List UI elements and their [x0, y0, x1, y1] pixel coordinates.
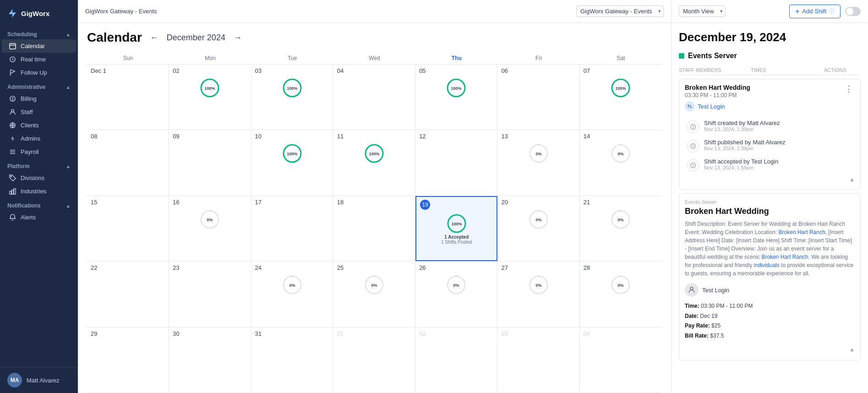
topbar-select-wrapper: GigWorx Gateway - Events [576, 5, 664, 17]
sidebar-item-clients[interactable]: Clients [2, 119, 76, 132]
day-cell-1-4[interactable]: 12 [415, 130, 497, 195]
calendar-area: Calendar ← December 2024 → Sun Mon Tue W… [78, 23, 671, 393]
day-cell-1-0[interactable]: 08 [87, 130, 169, 195]
user-profile[interactable]: MA Matt Alvarez [0, 367, 78, 393]
svg-text:0%: 0% [535, 152, 541, 156]
prev-month-button[interactable]: ← [147, 31, 161, 44]
day-cell-4-4[interactable]: 02 [415, 328, 497, 393]
timeline-icon-0 [687, 120, 699, 133]
shift-ring: 100% [255, 143, 329, 164]
col-times: Times [751, 67, 824, 73]
day-cell-0-1[interactable]: 02 100% [169, 65, 251, 130]
day-cell-1-5[interactable]: 13 0% [497, 130, 579, 195]
day-cell-1-3[interactable]: 11 100% [333, 130, 415, 195]
clock-icon-2 [690, 162, 696, 169]
day-cell-2-5[interactable]: 20 0% [497, 196, 579, 261]
day-num: 11 [337, 133, 344, 140]
day-cell-1-1[interactable]: 09 [169, 130, 251, 195]
sidebar-item-divisions[interactable]: Divisions [2, 171, 76, 185]
day-cell-0-6[interactable]: 07 100% [580, 65, 662, 130]
svg-text:0%: 0% [535, 218, 541, 222]
sidebar-payroll-label: Payroll [21, 148, 39, 155]
sidebar-item-payroll[interactable]: Payroll [2, 145, 76, 158]
clock-icon-0 [690, 124, 696, 130]
add-shift-button[interactable]: + Add Shift ⓘ [789, 5, 841, 18]
shift-user-link[interactable]: Test Login [698, 103, 725, 110]
day-cell-4-0[interactable]: 29 [87, 328, 169, 393]
day-cell-0-2[interactable]: 03 100% [251, 65, 333, 130]
day-cell-0-5[interactable]: 06 [497, 65, 579, 130]
day-cell-4-3[interactable]: 01 [333, 328, 415, 393]
month-label: December 2024 [167, 33, 225, 43]
day-cell-3-2[interactable]: 24 0% [251, 262, 333, 327]
sidebar-item-realtime[interactable]: Real time [2, 53, 76, 66]
day-cell-3-6[interactable]: 28 0% [580, 262, 662, 327]
collapse-detail-button[interactable]: ▲ [685, 344, 855, 355]
toggle-switch[interactable] [845, 7, 861, 16]
timeline-date-1: Nov 13, 2024, 1:39pm [704, 146, 786, 151]
sidebar-item-staff[interactable]: Staff [2, 105, 76, 119]
notifications-section[interactable]: Notifications ▲ [0, 198, 78, 211]
detail-user-icon [688, 286, 695, 294]
sidebar-item-industries[interactable]: Industries [2, 185, 76, 198]
day-cell-0-3[interactable]: 04 [333, 65, 415, 130]
sidebar-item-billing[interactable]: $ Billing [2, 92, 76, 105]
day-cell-2-3[interactable]: 18 [333, 196, 415, 261]
sidebar-item-calendar[interactable]: Calendar [2, 39, 76, 53]
timeline-icon-2 [687, 159, 699, 172]
svg-rect-15 [10, 191, 11, 195]
day-cell-2-1[interactable]: 16 0% [169, 196, 251, 261]
day-cell-3-5[interactable]: 27 0% [497, 262, 579, 327]
day-cell-1-6[interactable]: 14 0% [580, 130, 662, 195]
shift-ring: 0% [419, 275, 493, 295]
day-cell-4-1[interactable]: 30 [169, 328, 251, 393]
day-cell-4-5[interactable]: 03 [497, 328, 579, 393]
day-cell-2-0[interactable]: 15 [87, 196, 169, 261]
day-num: 24 [255, 264, 262, 271]
day-num: 02 [173, 67, 179, 74]
topbar-event-select[interactable]: GigWorx Gateway - Events [576, 5, 664, 17]
sidebar: GigWorx Scheduling ▲ Calendar Real time … [0, 0, 78, 393]
view-select[interactable]: Month View Week View Day View [679, 5, 726, 17]
scheduling-section[interactable]: Scheduling ▲ [0, 27, 78, 39]
shift-options-button[interactable]: ⋮ [843, 84, 855, 94]
events-server-header: Events Server [679, 52, 861, 60]
shift-ring: 0% [584, 275, 658, 295]
calendar-icon [9, 43, 16, 49]
next-month-button[interactable]: → [231, 31, 245, 44]
svg-marker-0 [9, 9, 16, 17]
shift-table-header: Staff Members Times Actions [679, 66, 861, 75]
day-cell-2-6[interactable]: 21 0% [580, 196, 662, 261]
platform-section[interactable]: Platform ▲ [0, 158, 78, 171]
week-row-0: Dec 102 100% 03 100% 0405 100% 0607 [87, 65, 662, 130]
logo-text: GigWorx [21, 10, 49, 17]
day-cell-2-4[interactable]: 19 100% 1 Accepted 1 Shifts Posted [415, 196, 497, 261]
day-cell-3-1[interactable]: 23 [169, 262, 251, 327]
day-cell-3-4[interactable]: 26 0% [415, 262, 497, 327]
administrative-section[interactable]: Administrative ▲ [0, 79, 78, 92]
events-server-title: Events Server [688, 52, 737, 60]
day-cell-2-2[interactable]: 17 [251, 196, 333, 261]
day-cell-4-6[interactable]: 04 [580, 328, 662, 393]
day-cell-3-0[interactable]: 22 [87, 262, 169, 327]
add-shift-icon: + [795, 7, 799, 16]
day-num: 23 [173, 264, 179, 271]
sidebar-item-admins[interactable]: Admins [2, 132, 76, 145]
day-cell-3-3[interactable]: 25 0% [333, 262, 415, 327]
sidebar-item-alerts[interactable]: Alerts [2, 211, 76, 224]
day-cell-4-2[interactable]: 31 [251, 328, 333, 393]
posted-label: 1 Shifts Posted [441, 240, 472, 245]
day-header-wed: Wed [333, 52, 415, 64]
svg-rect-16 [12, 190, 14, 194]
day-cell-0-0[interactable]: Dec 1 [87, 65, 169, 130]
day-header-tue: Tue [251, 52, 333, 64]
day-cell-0-4[interactable]: 05 100% [415, 65, 497, 130]
toggle-knob [846, 8, 853, 15]
collapse-timeline-button[interactable]: ▲ [685, 175, 855, 185]
week-row-3: 222324 0% 25 0% 26 0% 27 0% [87, 262, 662, 327]
calendar-grid: Sun Mon Tue Wed Thu Fri Sat Dec 102 100%… [87, 52, 662, 393]
day-num-today: 19 [420, 200, 430, 210]
sidebar-item-followup[interactable]: Follow Up [2, 66, 76, 79]
day-cell-1-2[interactable]: 10 100% [251, 130, 333, 195]
industry-icon [9, 188, 16, 195]
